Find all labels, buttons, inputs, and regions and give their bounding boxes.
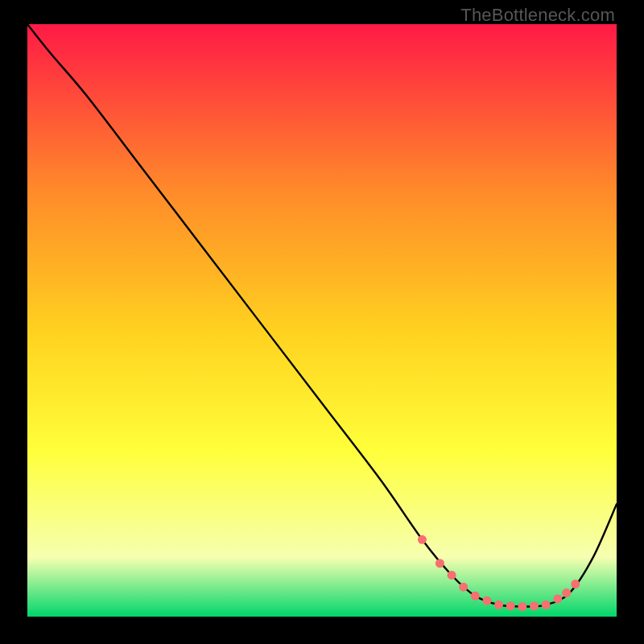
curve-marker (482, 597, 491, 605)
curve-marker (448, 571, 456, 580)
watermark-text: TheBottleneck.com (460, 5, 615, 26)
curve-marker (562, 588, 571, 597)
curve-marker (471, 592, 480, 601)
curve-marker (530, 601, 539, 610)
gradient-chart (27, 24, 617, 617)
curve-marker (494, 601, 503, 609)
curve-marker (571, 580, 580, 588)
curve-marker (418, 535, 427, 544)
gradient-background (27, 24, 617, 617)
curve-marker (542, 601, 551, 609)
curve-marker (518, 602, 526, 611)
curve-marker (506, 601, 515, 610)
curve-marker (553, 594, 562, 603)
curve-marker (436, 559, 444, 568)
plot-frame (27, 24, 617, 617)
curve-marker (459, 583, 468, 592)
